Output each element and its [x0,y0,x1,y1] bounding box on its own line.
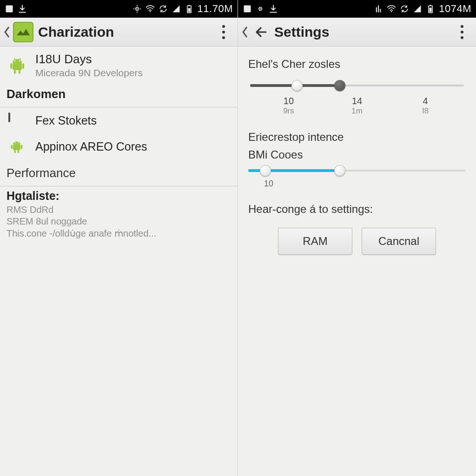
performance-line: SREM 8ul noggade [7,216,230,227]
tick-bottom: 9rs [283,106,294,116]
svg-rect-20 [18,150,20,153]
phone-left: 11.70M Charization [0,0,238,476]
button-label: RAM [303,235,327,248]
svg-rect-19 [14,150,16,153]
overflow-menu-button[interactable] [452,18,472,46]
download-icon [18,4,27,13]
list-item[interactable]: Appinox AREO Cores [0,133,238,159]
more-vert-icon [222,24,225,40]
svg-point-2 [136,8,138,10]
data-icon [374,4,383,13]
list-item-label: Fex Stokets [35,114,97,127]
svg-point-15 [19,60,20,61]
settings-heading: Hear-conge á to settings: [248,203,466,216]
sync-icon [159,4,168,13]
featured-title: I18U Days [35,52,143,66]
location-icon [256,4,265,13]
signal-icon [172,4,181,13]
svg-point-25 [260,8,261,10]
featured-subtitle: Micerada 9N Developers [35,67,143,79]
svg-line-13 [20,58,20,60]
tick-bottom: 1m [351,106,363,116]
svg-rect-0 [6,6,13,13]
performance-item[interactable]: Hgtaliste: RMS DdRd SREM 8ul noggade Thi… [0,186,238,245]
svg-rect-9 [22,63,24,69]
svg-rect-6 [188,8,190,12]
battery-icon [426,4,435,13]
phone-right: 1074M Settings Ehel's Cher zosles [238,0,476,476]
slider-thumb-end[interactable] [334,80,345,91]
svg-point-26 [391,11,392,13]
button-label: Cancnal [378,235,419,248]
back-button[interactable] [242,24,270,40]
svg-rect-18 [21,145,23,149]
actionbar-right: Settings [238,18,476,46]
featured-row[interactable]: I18U Days Micerada 9N Developers [0,46,238,80]
svg-rect-10 [14,70,16,74]
download-icon [269,4,278,13]
tick-top: 4 [423,96,428,106]
slider2-tick-label: 10 [264,179,466,189]
monitor-icon [8,112,25,129]
ram-button[interactable]: RAM [278,228,352,255]
svg-point-22 [18,142,19,143]
performance-line: This.cone -/olldu̇ge anafe ṁnotled... [7,228,230,239]
chevron-left-icon [242,26,248,39]
slider-thumb-start[interactable] [260,165,271,176]
slider-bmi-cooes[interactable] [248,164,466,178]
notification-icon [5,4,14,13]
page-title: Charization [38,24,114,40]
tick-top: 10 [284,96,294,106]
slider2-title: Eriecrestop intence [248,131,466,144]
statusbar-time: 1074M [439,3,471,15]
svg-point-14 [14,60,16,61]
android-icon [7,56,27,75]
performance-heading: Hgtaliste: [7,189,230,203]
list-item-label: Appinox AREO Cores [35,140,147,153]
app-icon [13,22,33,42]
svg-line-12 [14,58,15,60]
slider-thumb-end[interactable] [334,165,345,176]
chevron-left-icon [4,26,10,39]
notification-icon [243,4,252,13]
signal-icon [413,4,422,13]
statusbar-left: 11.70M [0,0,238,18]
content-right: Ehel's Cher zosles 10 9rs 14 1m 4 I8 [238,46,476,255]
location-icon [132,4,142,13]
svg-point-21 [14,142,15,143]
statusbar-time: 11.70M [198,3,233,15]
svg-rect-7 [13,63,22,70]
section-darkomen: Darkomen [0,80,238,106]
svg-rect-17 [11,145,13,149]
wifi-icon [145,4,155,13]
svg-rect-5 [188,5,190,6]
svg-rect-11 [19,70,20,74]
slider-thumb-start[interactable] [291,80,303,91]
performance-line: RMS DdRd [7,205,230,215]
slider1-title: Ehel's Cher zosles [248,58,466,71]
android-icon [8,138,25,155]
overflow-menu-button[interactable] [213,18,234,46]
battery-icon [185,4,194,13]
button-row: RAM Cancnal [248,228,466,255]
sync-icon [400,4,409,13]
back-button[interactable] [4,22,33,42]
arrow-left-icon [253,24,270,40]
cancel-button[interactable]: Cancnal [362,228,436,255]
tick-top: 14 [352,96,362,106]
page-title: Settings [274,24,329,40]
tick-bottom: I8 [422,106,429,116]
svg-rect-28 [430,5,431,6]
svg-rect-29 [430,8,432,12]
section-performance: Performance [0,159,238,185]
list-item[interactable]: Fex Stokets [0,107,238,133]
wifi-icon [387,4,396,13]
statusbar-right: 1074M [238,0,476,18]
content-left: I18U Days Micerada 9N Developers Darkome… [0,46,238,245]
slider1-ticks: 10 9rs 14 1m 4 I8 [249,96,465,116]
slider2-sublabel: BMi Cooes [248,148,466,161]
more-vert-icon [461,24,463,40]
actionbar-left: Charization [0,18,238,46]
svg-rect-16 [13,145,20,151]
slider-cher-zosles[interactable] [250,79,464,93]
